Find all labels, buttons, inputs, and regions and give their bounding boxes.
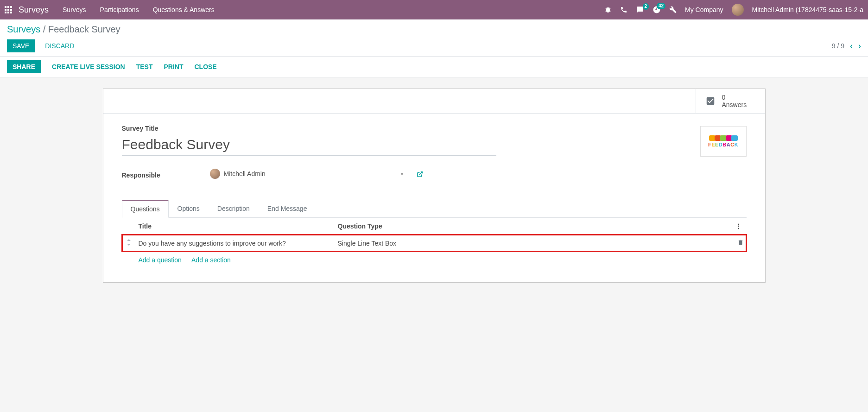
menu-participations[interactable]: Participations [100, 6, 139, 13]
tab-end-message[interactable]: End Message [259, 200, 316, 218]
breadcrumb: Surveys / Feedback Survey [7, 24, 861, 35]
column-title-header[interactable]: Title [136, 218, 335, 235]
user-avatar[interactable] [732, 4, 744, 16]
responsible-label: Responsible [122, 171, 201, 179]
print-button[interactable]: PRINT [164, 60, 183, 73]
answers-stat-button[interactable]: 0 Answers [696, 89, 765, 113]
tools-icon[interactable] [669, 6, 677, 13]
chat-badge: 2 [643, 3, 649, 10]
tab-description[interactable]: Description [209, 200, 259, 218]
activity-icon[interactable]: 42 [653, 6, 661, 14]
add-section-link[interactable]: Add a section [191, 256, 231, 264]
discard-button[interactable]: DISCARD [43, 39, 76, 52]
breadcrumb-root[interactable]: Surveys [7, 24, 40, 34]
external-link-icon[interactable] [417, 171, 423, 179]
menu-surveys[interactable]: Surveys [63, 6, 86, 13]
check-icon [705, 96, 716, 106]
tab-options[interactable]: Options [169, 200, 209, 218]
chat-icon[interactable]: 2 [636, 6, 644, 13]
cover-image[interactable]: FEEDBACK [700, 126, 747, 157]
responsible-value[interactable]: Mitchell Admin [224, 170, 396, 177]
question-type-cell[interactable]: Single Line Text Box [335, 235, 733, 252]
apps-icon[interactable] [5, 6, 12, 13]
question-title-cell[interactable]: Do you have any suggestions to improve o… [136, 235, 335, 252]
phone-icon[interactable] [620, 6, 627, 13]
bug-icon[interactable] [604, 6, 612, 13]
save-button[interactable]: SAVE [7, 39, 35, 52]
breadcrumb-current: Feedback Survey [48, 24, 120, 34]
svg-marker-0 [127, 239, 131, 241]
svg-marker-1 [127, 244, 131, 246]
dropdown-icon[interactable]: ▼ [400, 171, 405, 177]
pager-next-icon[interactable]: › [858, 41, 861, 51]
survey-title-label: Survey Title [122, 125, 747, 132]
question-row[interactable]: Do you have any suggestions to improve o… [122, 235, 747, 252]
pager-text[interactable]: 9 / 9 [832, 42, 844, 50]
menu-questions-answers[interactable]: Questions & Answers [153, 6, 215, 13]
responsible-field[interactable]: Mitchell Admin ▼ [210, 169, 405, 181]
share-button[interactable]: SHARE [7, 60, 41, 73]
column-type-header[interactable]: Question Type [335, 218, 733, 235]
close-button[interactable]: CLOSE [194, 60, 216, 73]
activity-badge: 42 [657, 3, 665, 9]
user-menu[interactable]: Mitchell Admin (17824475-saas-15-2-a [752, 6, 863, 13]
answers-count: 0 [722, 94, 747, 101]
delete-row-icon[interactable] [733, 235, 747, 252]
cover-image-caption: FEEDBACK [708, 142, 738, 147]
survey-title-input[interactable] [122, 135, 497, 156]
answers-label: Answers [722, 101, 747, 108]
add-question-link[interactable]: Add a question [139, 256, 182, 264]
pager-prev-icon[interactable]: ‹ [850, 41, 853, 51]
drag-handle-icon[interactable] [122, 235, 136, 252]
column-options-icon[interactable]: ⋮ [733, 218, 747, 235]
create-live-session-button[interactable]: CREATE LIVE SESSION [52, 60, 125, 73]
company-selector[interactable]: My Company [685, 6, 723, 13]
test-button[interactable]: TEST [136, 60, 153, 73]
tab-questions[interactable]: Questions [122, 200, 169, 218]
responsible-avatar [210, 169, 220, 179]
app-brand[interactable]: Surveys [19, 5, 49, 15]
